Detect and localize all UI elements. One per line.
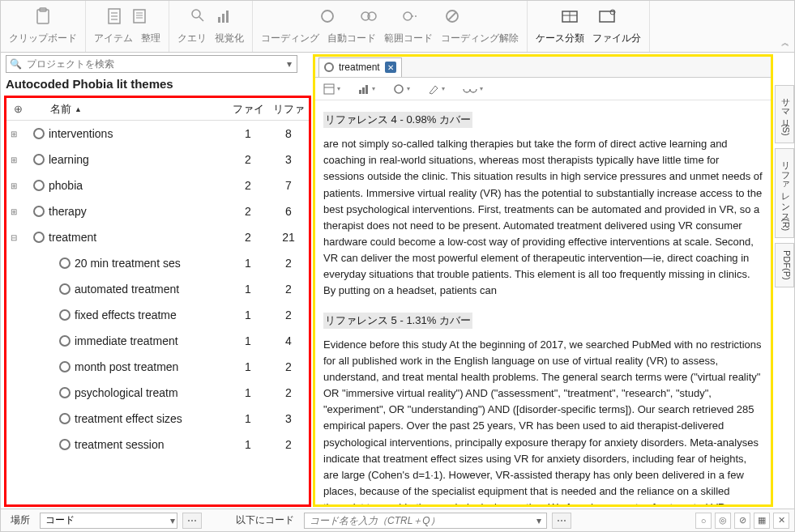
ribbon-label: ケース分類: [536, 32, 584, 45]
code-circle-icon: [55, 439, 75, 450]
tree-row[interactable]: ⊞learning23: [6, 147, 309, 172]
code-circle-icon: [29, 180, 49, 191]
ribbon-group-clipboard[interactable]: クリップボード: [1, 1, 86, 52]
tree-child-row[interactable]: immediate treatment14: [6, 328, 309, 354]
chevron-down-icon[interactable]: ▾: [535, 515, 543, 526]
ribbon-group-classify[interactable]: ケース分類 ファイル分: [528, 1, 650, 52]
row-files: 1: [228, 360, 268, 373]
ribbon-label: コーディング解除: [441, 32, 519, 45]
sort-asc-icon[interactable]: ▲: [75, 105, 82, 113]
chart-icon[interactable]: ▾: [358, 83, 375, 95]
row-refs: 3: [268, 153, 309, 166]
tree-child-row[interactable]: fixed effects treatme12: [6, 302, 309, 328]
doc-panel: treatment ✕ ▾ ▾ ▾ ▾ ▾ リファレンス 4 - 0.98% カ…: [313, 54, 773, 507]
row-files: 1: [228, 127, 268, 140]
chevron-down-icon[interactable]: ▾: [169, 515, 177, 526]
search-input[interactable]: [25, 57, 285, 70]
tree-header: ⊕ 名前 ▲ ファイ リファ: [6, 98, 309, 121]
code-combo[interactable]: ▾: [304, 513, 547, 529]
code-icon-1[interactable]: ○: [695, 513, 712, 529]
row-refs: 2: [268, 360, 309, 373]
browse-button[interactable]: ⋯: [182, 513, 202, 529]
row-files: 2: [228, 231, 268, 244]
side-tab-reference[interactable]: リファレンス(R): [775, 148, 794, 238]
code-icon-4[interactable]: ▦: [754, 513, 770, 529]
expand-all-icon[interactable]: ⊕: [6, 103, 29, 115]
tree-row[interactable]: ⊞therapy26: [6, 198, 309, 224]
range-icon: [402, 8, 420, 24]
browse-button[interactable]: ⋯: [552, 513, 571, 529]
row-name: automated treatment: [75, 283, 228, 296]
doc-tabs-bar: treatment ✕: [315, 57, 771, 78]
close-tab-icon[interactable]: ✕: [385, 62, 396, 73]
doc-toolbar: ▾ ▾ ▾ ▾ ▾: [315, 78, 771, 100]
tree-child-row[interactable]: psychological treatm12: [6, 380, 309, 406]
svg-rect-12: [218, 17, 220, 23]
search-dropdown-icon[interactable]: ▾: [285, 58, 293, 70]
svg-rect-6: [134, 10, 145, 23]
layout-icon[interactable]: ▾: [323, 83, 340, 95]
col-name[interactable]: 名前: [50, 102, 71, 117]
code-circle-icon: [29, 232, 49, 243]
query-icon: [190, 7, 206, 25]
bottom-label-location: 場所: [6, 513, 35, 527]
svg-rect-29: [359, 90, 361, 94]
close-icon[interactable]: ✕: [773, 513, 789, 529]
tree-child-row[interactable]: month post treatmen12: [6, 354, 309, 380]
row-name: treatment: [49, 231, 228, 244]
expand-icon[interactable]: ⊞: [6, 130, 21, 138]
tree-row[interactable]: ⊞phobia27: [6, 172, 309, 198]
row-name: month post treatmen: [75, 360, 228, 373]
row-files: 1: [228, 386, 268, 399]
expand-icon[interactable]: ⊞: [6, 181, 21, 190]
side-tab-summary[interactable]: サマリ(S): [775, 85, 794, 143]
tree-row[interactable]: ⊞interventions18: [6, 121, 309, 147]
code-circle-icon: [55, 335, 75, 347]
row-files: 2: [228, 153, 268, 166]
svg-rect-30: [362, 87, 365, 94]
highlight-icon[interactable]: ▾: [428, 83, 445, 95]
location-combo[interactable]: ▾: [40, 513, 177, 529]
ribbon-label: アイテム: [94, 32, 133, 45]
ribbon-label: クリップボード: [9, 32, 77, 45]
side-tabs: サマリ(S) リファレンス(R) PDF(P): [775, 53, 794, 509]
code-icon-3[interactable]: ⊘: [734, 513, 750, 529]
case-icon: [561, 8, 579, 24]
tree-child-row[interactable]: treatment effect sizes13: [6, 406, 309, 432]
ribbon-group-query-viz[interactable]: クエリ 視覚化: [169, 1, 253, 52]
autocode-icon: [360, 8, 378, 24]
reference-body: Evidence before this study At the beginn…: [323, 337, 763, 504]
doc-tab-treatment[interactable]: treatment ✕: [318, 57, 402, 77]
row-files: 1: [228, 309, 268, 321]
row-refs: 2: [268, 386, 309, 399]
tree-panel: ⊕ 名前 ▲ ファイ リファ ⊞interventions18⊞learning…: [4, 96, 311, 507]
expand-icon[interactable]: ⊞: [6, 155, 21, 164]
tree-child-row[interactable]: automated treatment12: [6, 276, 309, 302]
col-refs[interactable]: リファ: [268, 102, 309, 117]
row-refs: 2: [268, 257, 309, 270]
ribbon-group-coding[interactable]: コーディング 自動コード 範囲コード コーディング解除: [253, 1, 528, 52]
ribbon-group-item-organize[interactable]: アイテム 整理: [86, 1, 169, 52]
row-refs: 2: [268, 283, 309, 296]
svg-point-15: [322, 11, 333, 22]
location-input[interactable]: [44, 514, 169, 527]
side-tab-pdf[interactable]: PDF(P): [775, 243, 794, 287]
col-files[interactable]: ファイ: [228, 102, 268, 117]
ribbon-label: 視覚化: [215, 32, 244, 45]
code-circle-icon: [55, 361, 75, 372]
link-icon[interactable]: ▾: [463, 85, 483, 93]
expand-icon[interactable]: ⊟: [6, 233, 21, 242]
doc-body[interactable]: リファレンス 4 - 0.98% カバー are not simply so-c…: [315, 100, 771, 504]
tree-child-row[interactable]: 20 min treatment ses12: [6, 250, 309, 276]
tree-row[interactable]: ⊟treatment221: [6, 224, 309, 250]
code-name-input[interactable]: [308, 514, 535, 527]
row-refs: 2: [268, 309, 309, 321]
circle-icon[interactable]: ▾: [393, 83, 410, 95]
ribbon-label: 自動コード: [327, 32, 376, 45]
expand-icon[interactable]: ⊞: [6, 207, 21, 216]
code-icon-2[interactable]: ◎: [715, 513, 731, 529]
tree-child-row[interactable]: treatment session12: [6, 432, 309, 458]
project-search[interactable]: 🔍 ▾: [6, 55, 297, 73]
ribbon-collapse-icon[interactable]: ︽: [781, 37, 789, 49]
svg-point-10: [192, 10, 200, 18]
